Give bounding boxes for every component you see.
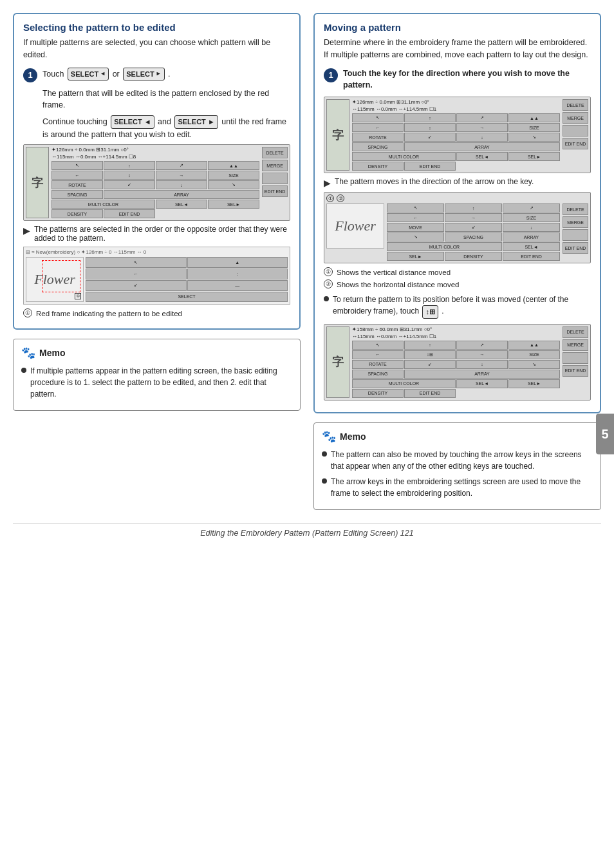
r-step1-text: Touch the key for the direction where yo… — [343, 68, 591, 92]
s1-editend2: EDIT END — [262, 185, 288, 197]
select-right-btn[interactable]: SELECT ► — [123, 68, 164, 81]
footnote-r2: ② Shows the horizontal distance moved — [324, 279, 591, 290]
selecting-title: Selecting the pattern to be edited — [23, 22, 290, 33]
rs3-sl3: SEL◄ — [456, 379, 508, 388]
rs2-r3b — [563, 229, 588, 241]
rs1-arr: ARRAY — [404, 142, 560, 151]
rs2-mrg2: MERGE — [563, 216, 588, 228]
memo-right-header: 🐾 Memo — [322, 429, 593, 444]
selecting-intro: If multiple patterns are selected, you c… — [23, 37, 290, 61]
s1-r3 — [262, 173, 288, 184]
rs1-sr: SEL► — [508, 152, 560, 161]
rs2-dn2: DENSITY — [445, 252, 502, 261]
rs1-r3 — [563, 125, 588, 137]
select-right-btn2[interactable]: SELECT ► — [174, 115, 218, 129]
f-select: SELECT — [86, 292, 288, 303]
rs3-sw: ↙ — [404, 360, 456, 369]
s1-btn-se: ↘ — [208, 180, 259, 189]
rs2-nw: ↖ — [387, 203, 444, 212]
bullet-r1 — [322, 451, 327, 457]
rs3-res3: ▲▲ — [508, 341, 560, 350]
rs1-s: ↓ — [456, 133, 508, 142]
f-size: : — [187, 269, 288, 279]
rs1-mrg: MERGE — [563, 112, 588, 124]
rs2-se: ↘ — [387, 232, 444, 241]
rs2-ee4: EDIT END — [563, 242, 588, 254]
rs3-del3: DELETE — [563, 326, 588, 338]
bullet-r2 — [322, 478, 327, 484]
s1-btn-n: ↑ — [104, 161, 155, 170]
chapter-tab: 5 — [596, 414, 614, 455]
rs1-se: ↘ — [508, 133, 560, 142]
r-step1-badge: 1 — [324, 68, 338, 82]
s1-btn-sw: ↙ — [104, 180, 155, 189]
rs1-w: ← — [352, 123, 404, 132]
step1-detail2: Continue touching SELECT ◄ and SELECT ► … — [42, 115, 290, 140]
memo-left: 🐾 Memo If multiple patterns appear in th… — [13, 339, 301, 411]
screen1-top-bar: ✦126mm ÷ 0.0mm ⊞31.1mm ○0° — [51, 147, 259, 153]
rs1-rot: ROTATE — [352, 133, 404, 142]
rs1-e: → — [456, 123, 508, 132]
rs2-s: ↓ — [503, 223, 560, 232]
rs3-ne: ↗ — [456, 341, 508, 350]
s1-btn-ne: ↗ — [156, 161, 207, 170]
rs2-n: ↑ — [445, 203, 502, 212]
step1-text-before: Touch — [42, 69, 64, 78]
rs2-ee3: EDIT END — [503, 252, 560, 261]
rs1-ee2: EDIT END — [563, 138, 588, 149]
select-left-btn[interactable]: SELECT ◄ — [68, 68, 109, 81]
result1-text: The patterns are selected in the order o… — [34, 225, 290, 243]
f-btn-sw: ↙ — [86, 280, 187, 291]
memo-left-header: 🐾 Memo — [21, 346, 292, 360]
right-column: Moving a pattern Determine where in the … — [313, 13, 601, 510]
rs2-sw: ↙ — [445, 223, 502, 232]
rs2-e: → — [445, 213, 502, 222]
rs1-size: SIZE — [508, 123, 560, 132]
rs3-sr3: SEL► — [508, 379, 560, 388]
f-btn-nw: ↖ — [86, 257, 187, 268]
moving-intro: Determine where in the embroidery frame … — [324, 37, 591, 61]
s1-btn-resize: ▲▲ — [208, 161, 259, 170]
rs2-mc2: MULTI COLOR — [387, 242, 502, 251]
r-screen1: 字 ✦126mm ÷ 0.0mm ⊞31.1mm ○0° ↔115mm ↔0.0… — [324, 97, 591, 173]
rs1-sl: SEL◄ — [456, 152, 508, 161]
r-step1-row: 1 Touch the key for the direction where … — [324, 68, 591, 92]
f-sp: — — [187, 280, 288, 291]
s1-merge: MERGE — [262, 160, 288, 171]
footnote-r1: ① Shows the vertical distance moved — [324, 267, 591, 278]
rs3-c: ↕⊞ — [404, 350, 456, 359]
rs2-arr2: ARRAY — [503, 232, 560, 241]
select-left-btn2[interactable]: SELECT ◄ — [111, 115, 154, 129]
s1-delete: DELETE — [262, 147, 288, 158]
rs1-sp: SPACING — [352, 142, 404, 151]
rs2-sr2: SEL► — [387, 252, 444, 261]
r-screen3: 字 ✦158mm ÷ 60.0mm ⊞31.1mm ○0° ↔115mm ↔0.… — [324, 324, 591, 401]
rs1-dn: DENSITY — [352, 162, 404, 171]
bullet-note-dot — [324, 296, 329, 301]
selecting-section: Selecting the pattern to be edited If mu… — [13, 13, 301, 330]
rs2-sl2: SEL◄ — [503, 242, 560, 251]
rs3-dn3: DENSITY — [352, 389, 404, 398]
s1-btn-spacing: SPACING — [51, 190, 103, 199]
s1-btn-array: ARRAY — [104, 190, 259, 199]
rs3-rot3: ROTATE — [352, 360, 404, 369]
s1-btn-multicolor: MULTI COLOR — [51, 200, 155, 209]
memo-left-item1: If multiple patterns appear in the patte… — [21, 365, 292, 400]
rs3-sp3: SPACING — [352, 370, 404, 379]
rs3-mc3: MULTI COLOR — [352, 379, 456, 388]
rs1-del: DELETE — [563, 99, 588, 111]
rs3-se: ↘ — [508, 360, 560, 369]
rs2-sp2: SPACING — [445, 232, 502, 241]
memo-right-item1: The pattern can also be moved by touchin… — [322, 449, 593, 472]
memo-icon-right: 🐾 — [322, 429, 336, 444]
s1-select-r: SEL► — [208, 200, 259, 209]
memo-icon-left: 🐾 — [21, 346, 35, 360]
s1-btn-rotate: ROTATE — [51, 180, 103, 189]
page-footer: Editing the Embroidery Pattern (Pattern … — [13, 523, 601, 538]
moving-section: Moving a pattern Determine where in the … — [313, 13, 601, 413]
s1-btn-s: ↓ — [156, 180, 207, 189]
center-btn[interactable]: ↕⊞ — [422, 305, 438, 319]
f-resize: ▲ — [187, 257, 288, 268]
rs2-del2: DELETE — [563, 203, 588, 215]
screen1-display: 字 ✦126mm ÷ 0.0mm ⊞31.1mm ○0° ↔115mm ↔0.0… — [23, 144, 290, 221]
